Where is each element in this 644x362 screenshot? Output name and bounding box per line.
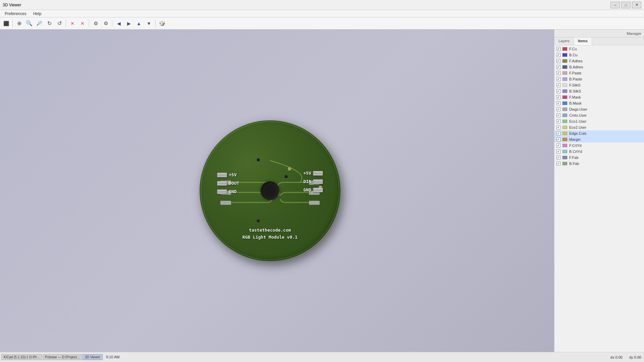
layer-item-b-crtyd[interactable]: ✓B.CrtYd bbox=[554, 148, 644, 155]
layer-item-eco1-user[interactable]: ✓Eco1.User bbox=[554, 118, 644, 124]
layer-list: ✓F.Cu✓B.Cu✓F.Adhes✓B.Adhes✓F.Paste✓B.Pas… bbox=[554, 45, 644, 352]
svg-rect-5 bbox=[309, 201, 320, 205]
canvas[interactable]: +5V DOUT GND +5V bbox=[0, 29, 554, 352]
svg-point-7 bbox=[288, 167, 291, 171]
layer-checkbox-1[interactable]: ✓ bbox=[556, 53, 560, 57]
svg-point-8 bbox=[257, 158, 260, 162]
layer-name-11: Cmts.User bbox=[569, 113, 587, 117]
panel-header-label: Manager bbox=[627, 32, 641, 36]
layer-checkbox-12[interactable]: ✓ bbox=[556, 119, 560, 123]
flip-y-icon[interactable]: ✕ bbox=[78, 19, 87, 28]
layer-item-f-mask[interactable]: ✓F.Mask bbox=[554, 94, 644, 100]
layer-name-14: Edge.Cuts bbox=[569, 131, 586, 135]
layer-item-edge-cuts[interactable]: ✓Edge.Cuts bbox=[554, 130, 644, 136]
arrow-left-icon[interactable]: ◀ bbox=[114, 19, 123, 28]
layer-item-margin[interactable]: ✓Margin bbox=[554, 136, 644, 142]
layer-checkbox-4[interactable]: ✓ bbox=[556, 71, 560, 75]
layer-item-f-fab[interactable]: ✓F.Fab bbox=[554, 155, 644, 161]
rotate-ccw-icon[interactable]: ↺ bbox=[55, 19, 64, 28]
cube2-icon[interactable]: 🎲 bbox=[157, 19, 167, 28]
pad-metal-5v-left bbox=[217, 173, 227, 177]
layer-item-b-mask[interactable]: ✓B.Mask bbox=[554, 100, 644, 106]
layer-name-15: Margin bbox=[569, 137, 581, 141]
zoom-fit-icon[interactable]: ⊕ bbox=[14, 19, 24, 28]
settings-icon[interactable]: ⚙ bbox=[91, 19, 100, 28]
taskbar-pcbnew[interactable]: Pcbnew — D:\Project... bbox=[43, 354, 82, 360]
layer-checkbox-9[interactable]: ✓ bbox=[556, 101, 560, 105]
layer-item-f-cu[interactable]: ✓F.Cu bbox=[554, 46, 644, 52]
panel-tabs: Layers Items bbox=[554, 38, 644, 45]
layer-checkbox-5[interactable]: ✓ bbox=[556, 77, 560, 81]
close-button[interactable]: ✕ bbox=[632, 2, 641, 8]
arrow-up-icon[interactable]: ▲ bbox=[134, 19, 144, 28]
layer-color-swatch-12 bbox=[562, 120, 567, 123]
layer-item-b-adhes[interactable]: ✓B.Adhes bbox=[554, 64, 644, 70]
zoom-in-icon[interactable]: 🔍 bbox=[24, 19, 34, 28]
layer-item-b-fab[interactable]: ✓B.Fab bbox=[554, 161, 644, 167]
pad-group-left: +5V DOUT GND bbox=[217, 172, 239, 194]
pad-group-right: +5V DIN GND bbox=[304, 171, 323, 192]
flip-x-icon[interactable]: ✕ bbox=[68, 19, 77, 28]
tab-items[interactable]: Items bbox=[574, 38, 592, 45]
layer-item-b-silks[interactable]: ✓B.SilkS bbox=[554, 88, 644, 94]
layer-item-b-cu[interactable]: ✓B.Cu bbox=[554, 52, 644, 58]
layer-checkbox-7[interactable]: ✓ bbox=[556, 89, 560, 93]
layer-name-2: F.Adhes bbox=[569, 59, 583, 63]
layer-checkbox-10[interactable]: ✓ bbox=[556, 107, 560, 111]
layer-checkbox-14[interactable]: ✓ bbox=[556, 131, 560, 135]
pad-row-5v-right: +5V bbox=[304, 171, 323, 176]
layer-color-swatch-6 bbox=[562, 83, 567, 87]
layer-checkbox-17[interactable]: ✓ bbox=[556, 149, 560, 154]
dy-value: dy 0.00 bbox=[629, 355, 641, 359]
tab-layers[interactable]: Layers bbox=[554, 38, 574, 45]
layer-checkbox-16[interactable]: ✓ bbox=[556, 143, 560, 147]
svg-point-9 bbox=[284, 175, 288, 178]
layer-checkbox-6[interactable]: ✓ bbox=[556, 83, 560, 87]
svg-point-10 bbox=[257, 219, 260, 223]
settings2-icon[interactable]: ⚙ bbox=[101, 19, 110, 28]
taskbar-3dviewer[interactable]: 3D Viewer bbox=[83, 354, 103, 360]
layer-color-swatch-9 bbox=[562, 102, 567, 105]
layer-checkbox-13[interactable]: ✓ bbox=[556, 125, 560, 129]
layer-color-swatch-18 bbox=[562, 156, 567, 159]
zoom-out-icon[interactable]: 🔎 bbox=[35, 19, 44, 28]
layer-item-f-crtyd[interactable]: ✓F.CrtYd bbox=[554, 142, 644, 148]
pad-label-dout: DOUT bbox=[229, 181, 239, 186]
layer-item-f-adhes[interactable]: ✓F.Adhes bbox=[554, 58, 644, 64]
layer-item-dwgs-user[interactable]: ✓Dwgs.User bbox=[554, 106, 644, 112]
menu-preferences[interactable]: Preferences bbox=[1, 11, 30, 17]
maximize-button[interactable]: □ bbox=[621, 2, 631, 8]
layer-name-3: B.Adhes bbox=[569, 65, 583, 69]
arrow-down-icon[interactable]: ▼ bbox=[144, 19, 154, 28]
layer-name-5: B.Paste bbox=[569, 77, 582, 81]
layer-item-b-paste[interactable]: ✓B.Paste bbox=[554, 76, 644, 82]
svg-rect-2 bbox=[220, 201, 231, 205]
layer-name-4: F.Paste bbox=[569, 71, 582, 75]
layer-item-cmts-user[interactable]: ✓Cmts.User bbox=[554, 112, 644, 118]
layer-checkbox-19[interactable]: ✓ bbox=[556, 162, 560, 166]
layer-checkbox-18[interactable]: ✓ bbox=[556, 156, 560, 160]
minimize-button[interactable]: ─ bbox=[610, 2, 620, 8]
layer-color-swatch-0 bbox=[562, 47, 567, 51]
layer-checkbox-15[interactable]: ✓ bbox=[556, 137, 560, 141]
layer-checkbox-11[interactable]: ✓ bbox=[556, 113, 560, 117]
layer-item-f-paste[interactable]: ✓F.Paste bbox=[554, 70, 644, 76]
separator-4 bbox=[112, 20, 112, 27]
menu-help[interactable]: Help bbox=[30, 11, 45, 17]
layer-item-eco2-user[interactable]: ✓Eco2.User bbox=[554, 124, 644, 130]
layer-checkbox-2[interactable]: ✓ bbox=[556, 59, 560, 63]
separator-3 bbox=[89, 20, 89, 27]
layer-color-swatch-10 bbox=[562, 108, 567, 111]
layer-checkbox-8[interactable]: ✓ bbox=[556, 95, 560, 99]
board-text: tastethecode.com RGB Light Module v0.1 bbox=[243, 227, 298, 241]
arrow-right-icon[interactable]: ▶ bbox=[124, 19, 133, 28]
taskbar-kicad[interactable]: KiCad (5.1.10)-1 D:\Pr... bbox=[1, 354, 42, 360]
layer-checkbox-3[interactable]: ✓ bbox=[556, 65, 560, 69]
pad-row-din: DIN bbox=[304, 179, 323, 184]
layer-color-swatch-14 bbox=[562, 132, 567, 135]
rotate-cw-icon[interactable]: ↻ bbox=[45, 19, 54, 28]
layer-item-f-silks[interactable]: ✓F.SilkS bbox=[554, 82, 644, 88]
cube-icon[interactable]: ⬛ bbox=[1, 19, 11, 28]
layer-checkbox-0[interactable]: ✓ bbox=[556, 47, 560, 51]
menubar: Preferences Help bbox=[0, 10, 644, 17]
